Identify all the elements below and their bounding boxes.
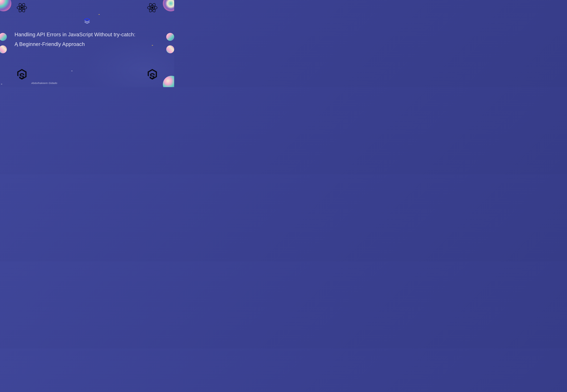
chevron-decoration-icon: ››››› (98, 14, 99, 15)
svg-point-4 (152, 7, 153, 9)
title-line-1: Handling API Errors in JavaScript Withou… (14, 30, 160, 39)
react-icon (17, 3, 27, 12)
chevron-decoration-icon: ››››› (152, 44, 153, 46)
abstract-blob-top-right (163, 0, 174, 11)
svg-point-0 (21, 7, 23, 9)
react-icon (147, 3, 157, 12)
chevron-decoration-icon: ››››› (17, 45, 18, 47)
chevron-decoration-icon: ››››› (71, 70, 72, 72)
abstract-twist-right (165, 33, 174, 53)
nodejs-icon (147, 69, 157, 80)
abstract-blob-top-left (0, 0, 11, 11)
layer-stack-icon (84, 18, 91, 25)
page-title: Handling API Errors in JavaScript Withou… (14, 30, 160, 49)
nodejs-icon (17, 69, 27, 80)
title-line-2: A Beginner-Friendly Approach (14, 39, 160, 49)
abstract-twist-left (0, 33, 9, 53)
abstract-blob-bottom-right (163, 76, 174, 87)
chevron-decoration-icon: ››››› (1, 83, 2, 85)
author-name: Abdulhakeem Gidado (31, 82, 57, 85)
